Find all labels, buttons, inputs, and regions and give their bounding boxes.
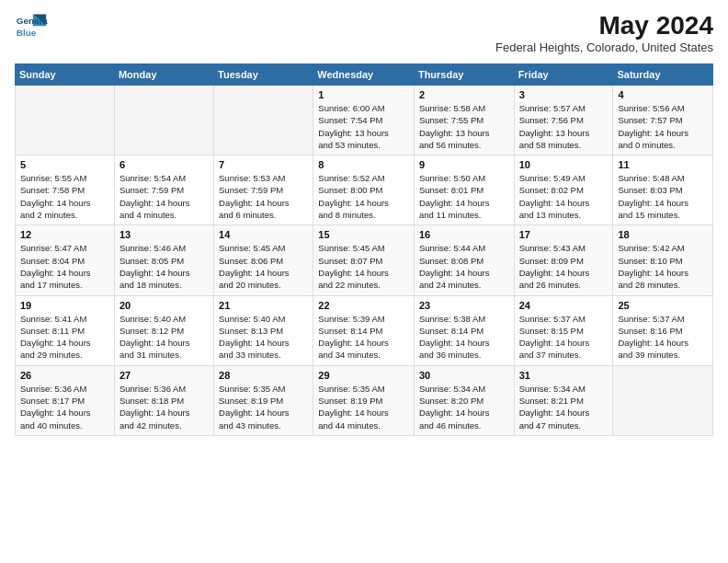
day-info: Sunrise: 5:52 AMSunset: 8:00 PMDaylight:… <box>318 172 410 221</box>
day-cell: 20Sunrise: 5:40 AMSunset: 8:12 PMDayligh… <box>114 295 213 365</box>
day-info: Sunrise: 5:36 AMSunset: 8:18 PMDaylight:… <box>119 383 210 431</box>
page: General Blue May 2024 Federal Heights, C… <box>0 0 728 443</box>
day-number: 5 <box>20 159 110 170</box>
col-friday: Friday <box>514 64 613 86</box>
day-info: Sunrise: 5:37 AMSunset: 8:15 PMDaylight:… <box>519 313 609 362</box>
day-cell: 9Sunrise: 5:50 AMSunset: 8:01 PMDaylight… <box>414 155 514 225</box>
day-cell: 8Sunrise: 5:52 AMSunset: 8:00 PMDaylight… <box>313 155 415 225</box>
day-number: 11 <box>618 159 709 170</box>
main-title: May 2024 <box>495 11 713 40</box>
day-cell: 5Sunrise: 5:55 AMSunset: 7:58 PMDaylight… <box>16 155 115 225</box>
day-cell: 15Sunrise: 5:45 AMSunset: 8:07 PMDayligh… <box>313 225 415 295</box>
day-info: Sunrise: 5:41 AMSunset: 8:11 PMDaylight:… <box>20 313 110 362</box>
day-cell: 1Sunrise: 6:00 AMSunset: 7:54 PMDaylight… <box>313 86 415 155</box>
day-info: Sunrise: 5:40 AMSunset: 8:13 PMDaylight:… <box>219 313 309 362</box>
day-info: Sunrise: 5:53 AMSunset: 7:59 PMDaylight:… <box>219 172 309 221</box>
subtitle: Federal Heights, Colorado, United States <box>495 40 713 54</box>
day-info: Sunrise: 5:36 AMSunset: 8:17 PMDaylight:… <box>20 383 110 431</box>
day-number: 22 <box>318 300 410 311</box>
calendar: Sunday Monday Tuesday Wednesday Thursday… <box>15 63 713 436</box>
logo-icon: General Blue <box>15 11 48 44</box>
week-row-4: 19Sunrise: 5:41 AMSunset: 8:11 PMDayligh… <box>16 295 713 365</box>
day-cell: 17Sunrise: 5:43 AMSunset: 8:09 PMDayligh… <box>514 225 613 295</box>
day-number: 24 <box>519 300 609 311</box>
week-row-1: 1Sunrise: 6:00 AMSunset: 7:54 PMDaylight… <box>16 86 713 155</box>
day-info: Sunrise: 5:34 AMSunset: 8:21 PMDaylight:… <box>519 383 609 431</box>
day-cell: 26Sunrise: 5:36 AMSunset: 8:17 PMDayligh… <box>16 365 115 435</box>
day-number: 25 <box>618 300 709 311</box>
svg-text:Blue: Blue <box>17 28 37 38</box>
day-cell: 28Sunrise: 5:35 AMSunset: 8:19 PMDayligh… <box>214 365 313 435</box>
day-info: Sunrise: 5:50 AMSunset: 8:01 PMDaylight:… <box>419 172 510 221</box>
day-info: Sunrise: 5:43 AMSunset: 8:09 PMDaylight:… <box>519 242 609 291</box>
day-info: Sunrise: 5:40 AMSunset: 8:12 PMDaylight:… <box>119 313 210 362</box>
day-info: Sunrise: 5:38 AMSunset: 8:14 PMDaylight:… <box>419 313 510 362</box>
day-number: 19 <box>20 300 110 311</box>
day-info: Sunrise: 5:45 AMSunset: 8:06 PMDaylight:… <box>219 242 309 291</box>
day-number: 7 <box>219 159 309 170</box>
day-info: Sunrise: 5:55 AMSunset: 7:58 PMDaylight:… <box>20 172 110 221</box>
day-cell: 16Sunrise: 5:44 AMSunset: 8:08 PMDayligh… <box>414 225 514 295</box>
day-cell: 25Sunrise: 5:37 AMSunset: 8:16 PMDayligh… <box>613 295 713 365</box>
day-cell: 14Sunrise: 5:45 AMSunset: 8:06 PMDayligh… <box>214 225 313 295</box>
day-number: 26 <box>20 370 110 381</box>
calendar-header: Sunday Monday Tuesday Wednesday Thursday… <box>16 64 713 86</box>
day-info: Sunrise: 5:46 AMSunset: 8:05 PMDaylight:… <box>119 242 210 291</box>
day-number: 9 <box>419 159 510 170</box>
day-info: Sunrise: 5:34 AMSunset: 8:20 PMDaylight:… <box>419 383 510 431</box>
day-info: Sunrise: 5:35 AMSunset: 8:19 PMDaylight:… <box>318 383 410 431</box>
day-number: 14 <box>219 229 309 240</box>
day-cell: 13Sunrise: 5:46 AMSunset: 8:05 PMDayligh… <box>114 225 213 295</box>
day-cell: 12Sunrise: 5:47 AMSunset: 8:04 PMDayligh… <box>16 225 115 295</box>
day-cell: 3Sunrise: 5:57 AMSunset: 7:56 PMDaylight… <box>514 86 613 155</box>
title-block: May 2024 Federal Heights, Colorado, Unit… <box>495 11 713 54</box>
day-cell: 24Sunrise: 5:37 AMSunset: 8:15 PMDayligh… <box>514 295 613 365</box>
day-cell: 18Sunrise: 5:42 AMSunset: 8:10 PMDayligh… <box>613 225 713 295</box>
day-number: 15 <box>318 229 410 240</box>
week-row-3: 12Sunrise: 5:47 AMSunset: 8:04 PMDayligh… <box>16 225 713 295</box>
day-number: 29 <box>318 370 410 381</box>
day-info: Sunrise: 5:47 AMSunset: 8:04 PMDaylight:… <box>20 242 110 291</box>
day-info: Sunrise: 5:48 AMSunset: 8:03 PMDaylight:… <box>618 172 709 221</box>
day-number: 20 <box>119 300 210 311</box>
day-cell: 21Sunrise: 5:40 AMSunset: 8:13 PMDayligh… <box>214 295 313 365</box>
day-info: Sunrise: 5:39 AMSunset: 8:14 PMDaylight:… <box>318 313 410 362</box>
day-number: 8 <box>318 159 410 170</box>
day-info: Sunrise: 5:57 AMSunset: 7:56 PMDaylight:… <box>519 102 609 151</box>
day-cell <box>16 86 115 155</box>
day-info: Sunrise: 5:45 AMSunset: 8:07 PMDaylight:… <box>318 242 410 291</box>
day-number: 12 <box>20 229 110 240</box>
day-cell: 6Sunrise: 5:54 AMSunset: 7:59 PMDaylight… <box>114 155 213 225</box>
day-info: Sunrise: 5:58 AMSunset: 7:55 PMDaylight:… <box>419 102 510 151</box>
day-number: 31 <box>519 370 609 381</box>
day-info: Sunrise: 5:54 AMSunset: 7:59 PMDaylight:… <box>119 172 210 221</box>
day-number: 30 <box>419 370 510 381</box>
day-info: Sunrise: 6:00 AMSunset: 7:54 PMDaylight:… <box>318 102 410 151</box>
day-cell: 29Sunrise: 5:35 AMSunset: 8:19 PMDayligh… <box>313 365 415 435</box>
day-number: 6 <box>119 159 210 170</box>
week-row-2: 5Sunrise: 5:55 AMSunset: 7:58 PMDaylight… <box>16 155 713 225</box>
day-cell: 11Sunrise: 5:48 AMSunset: 8:03 PMDayligh… <box>613 155 713 225</box>
day-cell <box>214 86 313 155</box>
week-row-5: 26Sunrise: 5:36 AMSunset: 8:17 PMDayligh… <box>16 365 713 435</box>
day-cell: 19Sunrise: 5:41 AMSunset: 8:11 PMDayligh… <box>16 295 115 365</box>
day-cell: 23Sunrise: 5:38 AMSunset: 8:14 PMDayligh… <box>414 295 514 365</box>
day-cell: 7Sunrise: 5:53 AMSunset: 7:59 PMDaylight… <box>214 155 313 225</box>
day-info: Sunrise: 5:49 AMSunset: 8:02 PMDaylight:… <box>519 172 609 221</box>
day-number: 23 <box>419 300 510 311</box>
col-monday: Monday <box>114 64 213 86</box>
day-cell: 4Sunrise: 5:56 AMSunset: 7:57 PMDaylight… <box>613 86 713 155</box>
day-cell: 27Sunrise: 5:36 AMSunset: 8:18 PMDayligh… <box>114 365 213 435</box>
day-info: Sunrise: 5:56 AMSunset: 7:57 PMDaylight:… <box>618 102 709 151</box>
col-thursday: Thursday <box>414 64 514 86</box>
day-number: 3 <box>519 89 609 100</box>
header-row: Sunday Monday Tuesday Wednesday Thursday… <box>16 64 713 86</box>
day-cell: 22Sunrise: 5:39 AMSunset: 8:14 PMDayligh… <box>313 295 415 365</box>
day-number: 17 <box>519 229 609 240</box>
day-number: 16 <box>419 229 510 240</box>
day-number: 18 <box>618 229 709 240</box>
svg-text:General: General <box>17 16 48 26</box>
day-info: Sunrise: 5:37 AMSunset: 8:16 PMDaylight:… <box>618 313 709 362</box>
day-number: 21 <box>219 300 309 311</box>
col-saturday: Saturday <box>613 64 713 86</box>
